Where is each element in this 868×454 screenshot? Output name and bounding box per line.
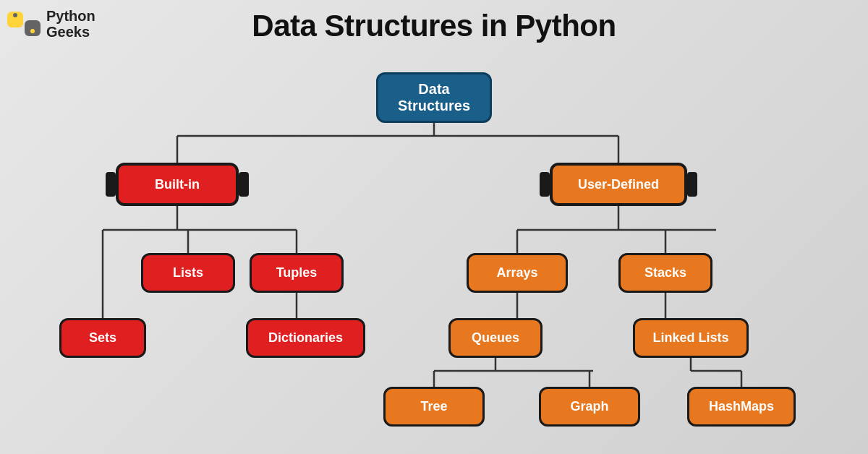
node-dicts: Dictionaries bbox=[246, 318, 365, 358]
page-title: Data Structures in Python bbox=[0, 0, 868, 43]
node-lists: Lists bbox=[141, 253, 235, 293]
node-root: Data Structures bbox=[376, 72, 492, 123]
svg-point-2 bbox=[13, 13, 17, 17]
node-hashmaps: HashMaps bbox=[687, 387, 796, 427]
node-sets: Sets bbox=[59, 318, 146, 358]
diagram: Data Structures Built-in User-Defined Li… bbox=[0, 58, 868, 454]
node-graph: Graph bbox=[539, 387, 640, 427]
svg-point-3 bbox=[30, 29, 35, 33]
logo: Python Geeks bbox=[6, 6, 95, 42]
node-builtin: Built-in bbox=[116, 163, 239, 206]
node-tuples: Tuples bbox=[250, 253, 344, 293]
node-queues: Queues bbox=[448, 318, 542, 358]
logo-line1: Python bbox=[46, 8, 95, 24]
node-arrays: Arrays bbox=[467, 253, 568, 293]
python-geeks-logo-icon bbox=[6, 6, 42, 42]
logo-text: Python Geeks bbox=[46, 8, 95, 40]
node-userdefined: User-Defined bbox=[550, 163, 687, 206]
node-stacks: Stacks bbox=[618, 253, 712, 293]
node-linkedlists: Linked Lists bbox=[633, 318, 749, 358]
logo-line2: Geeks bbox=[46, 24, 95, 40]
node-tree: Tree bbox=[383, 387, 485, 427]
svg-rect-1 bbox=[25, 20, 41, 36]
